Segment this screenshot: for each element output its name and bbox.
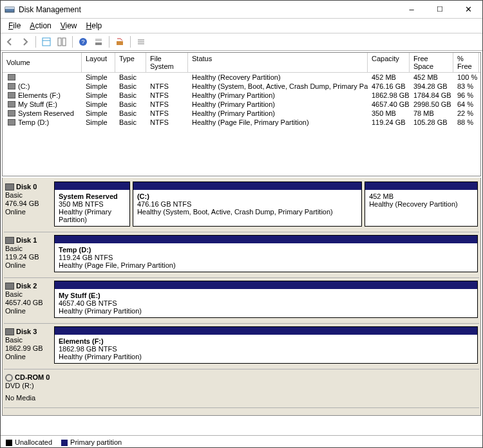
partition[interactable]: Temp (D:)119.24 GB NTFSHealthy (Page Fil… — [54, 235, 478, 272]
menu-file[interactable]: File — [5, 20, 24, 32]
svg-rect-1 — [5, 7, 14, 9]
disk-label[interactable]: Disk 3Basic1862.99 GBOnline — [5, 326, 52, 364]
partition[interactable]: Elements (F:)1862.98 GB NTFSHealthy (Pri… — [54, 326, 478, 364]
disk-row: Disk 1Basic119.24 GBOnlineTemp (D:)119.2… — [4, 232, 479, 278]
separator — [72, 36, 73, 48]
col-layout[interactable]: Layout — [82, 53, 115, 72]
col-free[interactable]: Free Space — [410, 53, 453, 72]
toolbar-button-4[interactable] — [113, 35, 126, 48]
svg-rect-10 — [117, 41, 123, 45]
legend: Unallocated Primary partition — [1, 435, 482, 448]
svg-text:?: ? — [81, 39, 84, 45]
disk-row: Disk 0Basic476.94 GBOnlineSystem Reserve… — [4, 179, 479, 232]
volume-row[interactable]: Elements (F:)SimpleBasicNTFSHealthy (Pri… — [3, 91, 480, 100]
svg-rect-8 — [95, 42, 102, 45]
svg-rect-4 — [58, 38, 61, 46]
separator — [109, 36, 109, 48]
menu-help[interactable]: Help — [82, 20, 106, 32]
minimize-button[interactable]: – — [397, 1, 426, 19]
disk-row: Disk 2Basic4657.40 GBOnlineMy Stuff (E:)… — [4, 278, 479, 324]
app-icon — [5, 5, 15, 15]
partition[interactable]: (C:)476.16 GB NTFSHealthy (System, Boot,… — [133, 182, 362, 227]
legend-primary: Primary partition — [61, 438, 122, 446]
col-type[interactable]: Type — [115, 53, 146, 72]
disk-graphical-pane: Disk 0Basic476.94 GBOnlineSystem Reserve… — [2, 178, 481, 416]
maximize-button[interactable]: ☐ — [426, 1, 454, 19]
col-pctfree[interactable]: % Free — [453, 53, 479, 72]
disk-icon — [5, 283, 14, 290]
titlebar: Disk Management – ☐ ✕ — [1, 1, 482, 19]
toolbar-button-2[interactable] — [55, 35, 68, 48]
separator — [35, 36, 36, 48]
col-capacity[interactable]: Capacity — [368, 53, 410, 72]
partition[interactable]: My Stuff (E:)4657.40 GB NTFSHealthy (Pri… — [54, 281, 478, 318]
toolbar-button-5[interactable] — [135, 35, 147, 48]
menu-action[interactable]: Action — [26, 20, 55, 32]
volume-row[interactable]: My Stuff (E:)SimpleBasicNTFSHealthy (Pri… — [3, 100, 480, 109]
volume-list: Volume Layout Type File System Status Ca… — [2, 52, 481, 176]
volume-icon — [8, 101, 15, 107]
partition[interactable]: System Reserved350 MB NTFSHealthy (Prima… — [54, 182, 130, 227]
separator — [130, 36, 131, 48]
close-button[interactable]: ✕ — [454, 1, 482, 19]
menubar: File Action View Help — [1, 19, 482, 33]
window-title: Disk Management — [19, 5, 397, 14]
disk-icon — [5, 183, 14, 191]
volume-row[interactable]: (C:)SimpleBasicNTFSHealthy (System, Boot… — [3, 82, 480, 91]
toolbar-button-1[interactable] — [40, 35, 53, 48]
disk-row: CD-ROM 0DVD (R:)No Media — [4, 369, 479, 408]
col-filesystem[interactable]: File System — [146, 53, 188, 72]
volume-row[interactable]: System ReservedSimpleBasicNTFSHealthy (P… — [3, 109, 480, 118]
volume-list-header: Volume Layout Type File System Status Ca… — [3, 53, 480, 73]
disk-label[interactable]: Disk 0Basic476.94 GBOnline — [5, 182, 52, 227]
svg-rect-2 — [43, 38, 50, 46]
svg-rect-9 — [95, 39, 102, 41]
disk-label[interactable]: Disk 2Basic4657.40 GBOnline — [5, 281, 52, 318]
volume-icon — [8, 110, 15, 117]
volume-icon — [8, 92, 15, 98]
menu-view[interactable]: View — [57, 20, 81, 32]
volume-row[interactable]: SimpleBasicHealthy (Recovery Partition)4… — [3, 73, 480, 82]
volume-icon — [8, 119, 15, 126]
disk-label[interactable]: CD-ROM 0DVD (R:)No Media — [5, 372, 52, 402]
col-volume[interactable]: Volume — [3, 53, 82, 72]
disk-icon — [5, 328, 14, 335]
volume-icon — [8, 83, 15, 89]
back-button[interactable] — [3, 35, 16, 48]
cd-icon — [5, 374, 13, 382]
help-button[interactable]: ? — [77, 35, 90, 48]
disk-row: Disk 3Basic1862.99 GBOnlineElements (F:)… — [4, 324, 479, 369]
volume-row[interactable]: Temp (D:)SimpleBasicNTFSHealthy (Page Fi… — [3, 118, 480, 127]
legend-unallocated: Unallocated — [6, 438, 52, 446]
col-status[interactable]: Status — [188, 53, 368, 72]
toolbar-button-3[interactable] — [92, 35, 105, 48]
svg-rect-5 — [62, 38, 66, 46]
disk-icon — [5, 237, 14, 244]
volume-icon — [8, 74, 15, 80]
disk-label[interactable]: Disk 1Basic119.24 GBOnline — [5, 235, 52, 272]
partition[interactable]: 452 MBHealthy (Recovery Partition) — [365, 182, 478, 227]
forward-button[interactable] — [19, 35, 32, 48]
toolbar: ? — [1, 33, 482, 51]
